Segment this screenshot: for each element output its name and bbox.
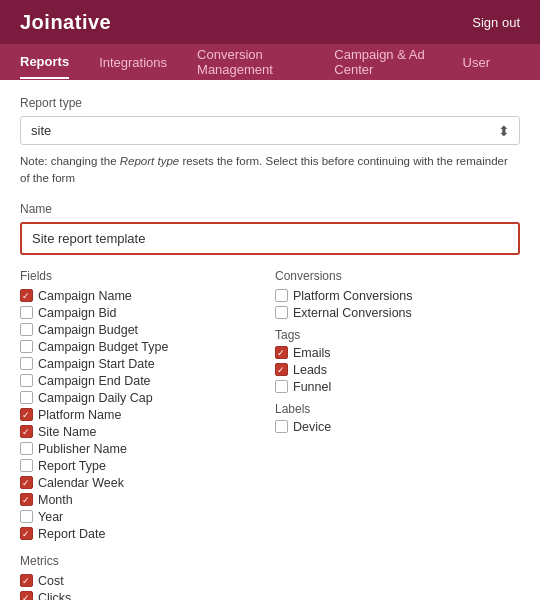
navigation: Reports Integrations Conversion Manageme… bbox=[0, 44, 540, 80]
checkbox-campaign-start-date[interactable] bbox=[20, 357, 33, 370]
name-input[interactable] bbox=[20, 222, 520, 255]
checkbox-campaign-budget-type[interactable] bbox=[20, 340, 33, 353]
field-report-date[interactable]: Report Date bbox=[20, 527, 265, 541]
field-leads[interactable]: Leads bbox=[275, 363, 520, 377]
field-platform-name[interactable]: Platform Name bbox=[20, 408, 265, 422]
main-content: Report type site campaign publisher ⬍ No… bbox=[0, 80, 540, 600]
checkbox-funnel[interactable] bbox=[275, 380, 288, 393]
nav-campaign-ad-center[interactable]: Campaign & Ad Center bbox=[334, 39, 432, 85]
field-funnel[interactable]: Funnel bbox=[275, 380, 520, 394]
fields-heading: Fields bbox=[20, 269, 265, 283]
field-campaign-name[interactable]: Campaign Name bbox=[20, 289, 265, 303]
name-label: Name bbox=[20, 202, 520, 216]
logo: Joinative bbox=[20, 11, 111, 34]
nav-integrations[interactable]: Integrations bbox=[99, 47, 167, 78]
checkbox-platform-name[interactable] bbox=[20, 408, 33, 421]
checkbox-campaign-bid[interactable] bbox=[20, 306, 33, 319]
checkbox-leads[interactable] bbox=[275, 363, 288, 376]
field-calendar-week[interactable]: Calendar Week bbox=[20, 476, 265, 490]
field-device[interactable]: Device bbox=[275, 420, 520, 434]
metrics-heading: Metrics bbox=[20, 554, 520, 568]
field-year[interactable]: Year bbox=[20, 510, 265, 524]
report-type-select-wrapper: site campaign publisher ⬍ bbox=[20, 116, 520, 145]
metrics-section: Metrics Cost Clicks Impressions bbox=[20, 554, 520, 601]
checkbox-publisher-name[interactable] bbox=[20, 442, 33, 455]
report-type-label: Report type bbox=[20, 96, 520, 110]
field-campaign-daily-cap[interactable]: Campaign Daily Cap bbox=[20, 391, 265, 405]
metric-clicks[interactable]: Clicks bbox=[20, 591, 520, 601]
fields-left-col: Fields Campaign Name Campaign Bid Campai… bbox=[20, 269, 265, 544]
metric-cost[interactable]: Cost bbox=[20, 574, 520, 588]
checkbox-calendar-week[interactable] bbox=[20, 476, 33, 489]
field-emails[interactable]: Emails bbox=[275, 346, 520, 360]
checkbox-month[interactable] bbox=[20, 493, 33, 506]
checkbox-campaign-budget[interactable] bbox=[20, 323, 33, 336]
field-campaign-bid[interactable]: Campaign Bid bbox=[20, 306, 265, 320]
field-platform-conversions[interactable]: Platform Conversions bbox=[275, 289, 520, 303]
checkbox-year[interactable] bbox=[20, 510, 33, 523]
fields-right-col: Conversions Platform Conversions Externa… bbox=[265, 269, 520, 544]
fields-section: Fields Campaign Name Campaign Bid Campai… bbox=[20, 269, 520, 544]
field-external-conversions[interactable]: External Conversions bbox=[275, 306, 520, 320]
nav-conversion-management[interactable]: Conversion Management bbox=[197, 39, 304, 85]
checkbox-cost[interactable] bbox=[20, 574, 33, 587]
labels-heading: Labels bbox=[275, 402, 520, 416]
field-campaign-budget[interactable]: Campaign Budget bbox=[20, 323, 265, 337]
nav-user[interactable]: User bbox=[463, 47, 490, 78]
nav-reports[interactable]: Reports bbox=[20, 46, 69, 79]
checkbox-report-date[interactable] bbox=[20, 527, 33, 540]
checkbox-platform-conversions[interactable] bbox=[275, 289, 288, 302]
checkbox-campaign-end-date[interactable] bbox=[20, 374, 33, 387]
field-campaign-start-date[interactable]: Campaign Start Date bbox=[20, 357, 265, 371]
field-campaign-end-date[interactable]: Campaign End Date bbox=[20, 374, 265, 388]
checkbox-external-conversions[interactable] bbox=[275, 306, 288, 319]
field-publisher-name[interactable]: Publisher Name bbox=[20, 442, 265, 456]
field-campaign-budget-type[interactable]: Campaign Budget Type bbox=[20, 340, 265, 354]
checkbox-clicks[interactable] bbox=[20, 591, 33, 600]
tags-heading: Tags bbox=[275, 328, 520, 342]
field-site-name[interactable]: Site Name bbox=[20, 425, 265, 439]
checkbox-campaign-name[interactable] bbox=[20, 289, 33, 302]
checkbox-report-type[interactable] bbox=[20, 459, 33, 472]
checkbox-campaign-daily-cap[interactable] bbox=[20, 391, 33, 404]
signout-button[interactable]: Sign out bbox=[472, 15, 520, 30]
report-type-select[interactable]: site campaign publisher bbox=[20, 116, 520, 145]
checkbox-emails[interactable] bbox=[275, 346, 288, 359]
field-report-type[interactable]: Report Type bbox=[20, 459, 265, 473]
field-month[interactable]: Month bbox=[20, 493, 265, 507]
checkbox-site-name[interactable] bbox=[20, 425, 33, 438]
checkbox-device[interactable] bbox=[275, 420, 288, 433]
header: Joinative Sign out bbox=[0, 0, 540, 44]
conversions-heading: Conversions bbox=[275, 269, 520, 283]
report-type-note: Note: changing the Report type resets th… bbox=[20, 153, 520, 188]
